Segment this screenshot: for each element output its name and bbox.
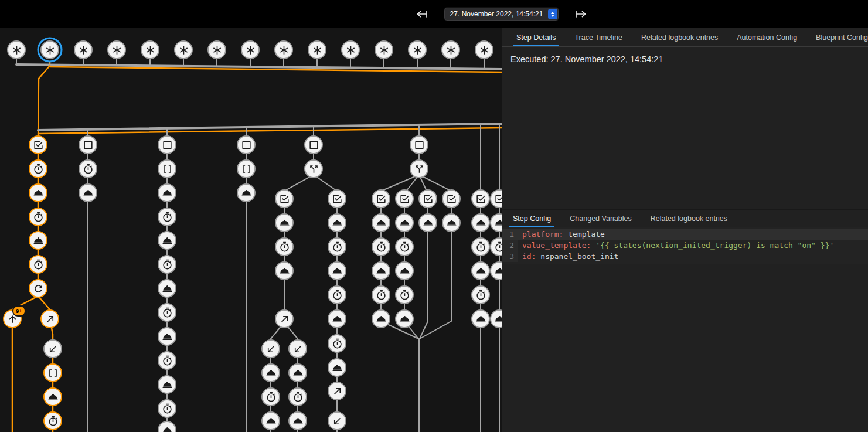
trace-node-delay-timer[interactable] [29,159,47,178]
tab-changed-variables[interactable]: Changed Variables [560,210,641,227]
trace-node-state-square[interactable] [237,135,256,154]
trace-node-trigger-asterisk[interactable] [174,40,193,59]
trace-node-condition-check[interactable] [471,189,490,208]
trace-node-service-call[interactable] [79,183,97,202]
next-trace-button[interactable] [573,6,590,22]
trace-node-service-call[interactable] [395,261,414,280]
trace-node-service-call[interactable] [418,213,437,232]
trace-node-delay-timer[interactable] [372,237,390,256]
trace-node-service-call[interactable] [442,213,461,232]
trace-node-service-call[interactable] [261,411,280,430]
trace-node-service-call[interactable] [43,387,62,406]
tab-step-config[interactable]: Step Config [503,210,560,227]
tab-step-related-logbook-entries[interactable]: Related logbook entries [641,210,737,227]
trace-node-trigger-asterisk[interactable] [141,40,159,59]
trace-node-arrow-bottom-left[interactable] [288,339,307,358]
trace-node-service-call[interactable] [372,261,390,280]
trace-node-delay-timer[interactable] [158,351,176,370]
trace-node-service-call[interactable] [158,279,176,298]
trace-node-delay-timer[interactable] [372,285,390,304]
trace-date-select[interactable]: 27. November 2022, 14:54:21 [444,7,560,21]
trace-node-condition-check[interactable] [275,189,294,208]
trace-node-service-call[interactable] [471,309,490,328]
trace-node-service-call[interactable] [288,411,307,430]
trace-node-trigger-asterisk[interactable] [475,40,493,59]
trace-node-delay-timer[interactable] [158,255,176,274]
trace-node-condition-check[interactable] [418,189,437,208]
trace-node-trigger-asterisk[interactable] [107,40,126,59]
trace-node-arrow-top-right[interactable] [275,309,294,328]
trace-node-delay-timer[interactable] [328,285,346,304]
trace-node-service-call[interactable] [395,309,414,328]
trace-node-service-call[interactable] [328,213,346,232]
trace-node-parallel-split[interactable] [410,159,428,178]
trace-node-delay-timer[interactable] [29,255,47,274]
trace-node-trigger-asterisk[interactable] [207,40,226,59]
trace-node-condition-check[interactable] [328,189,346,208]
trace-node-arrow-bottom-left[interactable] [261,339,280,358]
trace-node-service-call[interactable] [372,213,390,232]
trace-node-delay-timer[interactable] [395,285,414,304]
trace-node-service-call[interactable] [275,213,294,232]
tab-trace-timeline[interactable]: Trace Timeline [565,28,632,46]
trace-node-trigger-asterisk[interactable] [341,40,360,59]
trace-node-service-call[interactable] [328,309,346,328]
tab-automation-config[interactable]: Automation Config [727,28,806,46]
trace-node-trigger-asterisk[interactable] [74,40,93,59]
trace-node-service-call[interactable] [158,231,176,250]
trace-node-delay-timer[interactable] [79,159,97,178]
trace-node-delay-timer[interactable] [158,303,176,322]
trace-node-service-call[interactable] [328,261,346,280]
trace-node-delay-timer[interactable] [29,208,47,226]
trace-node-service-call[interactable] [328,358,346,377]
trace-node-trigger-asterisk[interactable] [308,40,326,59]
trace-node-delay-timer[interactable] [328,237,346,256]
trace-node-service-call[interactable] [288,363,307,382]
trace-node-delay-timer[interactable] [328,334,346,353]
trace-node-trigger-asterisk[interactable] [441,40,460,59]
trace-node-trigger-asterisk[interactable] [241,40,260,59]
trace-node-delay-timer[interactable] [158,399,176,418]
trace-node-delay-timer[interactable] [261,387,280,406]
trace-node-variables-brackets[interactable] [43,363,62,382]
trace-node-state-square[interactable] [410,135,428,154]
trace-node-arrow-up[interactable]: 9+ [3,309,22,328]
trace-node-service-call[interactable] [158,183,176,202]
trace-node-arrow-bottom-left[interactable] [328,411,346,430]
trace-node-delay-timer[interactable] [158,208,176,226]
trace-node-service-call[interactable] [261,363,280,382]
previous-trace-button[interactable] [413,6,430,22]
trace-node-arrow-top-right[interactable] [40,309,59,328]
trace-node-parallel-split[interactable] [304,159,323,178]
trace-node-state-square[interactable] [79,135,97,154]
trace-node-arrow-top-right[interactable] [328,382,346,400]
trace-node-trigger-asterisk[interactable] [408,40,427,59]
trace-node-state-square[interactable] [158,135,176,154]
tab-blueprint-config[interactable]: Blueprint Config [806,28,868,46]
trace-node-service-call[interactable] [372,309,390,328]
tab-related-logbook-entries[interactable]: Related logbook entries [632,28,727,46]
trace-node-variables-brackets[interactable] [158,159,176,178]
trace-node-delay-timer[interactable] [275,237,294,256]
trace-node-delay-timer[interactable] [288,387,307,406]
trace-node-service-call[interactable] [471,261,490,280]
trace-node-state-square[interactable] [304,135,323,154]
trace-node-trigger-asterisk[interactable] [40,40,59,59]
trace-node-arrow-bottom-left[interactable] [43,339,62,358]
trace-node-delay-timer[interactable] [471,237,490,256]
trace-node-condition-check[interactable] [29,135,47,154]
trace-node-delay-timer[interactable] [395,237,414,256]
trace-node-repeat[interactable] [29,279,47,298]
trace-node-variables-brackets[interactable] [237,159,256,178]
trace-node-condition-check[interactable] [372,189,390,208]
trace-node-service-call[interactable] [237,183,256,202]
tab-step-details[interactable]: Step Details [507,28,565,46]
trace-node-delay-timer[interactable] [471,285,490,304]
trace-node-service-call[interactable] [158,375,176,394]
trace-node-trigger-asterisk[interactable] [274,40,293,59]
trace-node-service-call[interactable] [395,213,414,232]
trace-node-condition-check[interactable] [442,189,461,208]
trace-node-trigger-asterisk[interactable] [7,40,26,59]
trace-node-trigger-asterisk[interactable] [375,40,393,59]
trace-node-condition-check[interactable] [395,189,414,208]
